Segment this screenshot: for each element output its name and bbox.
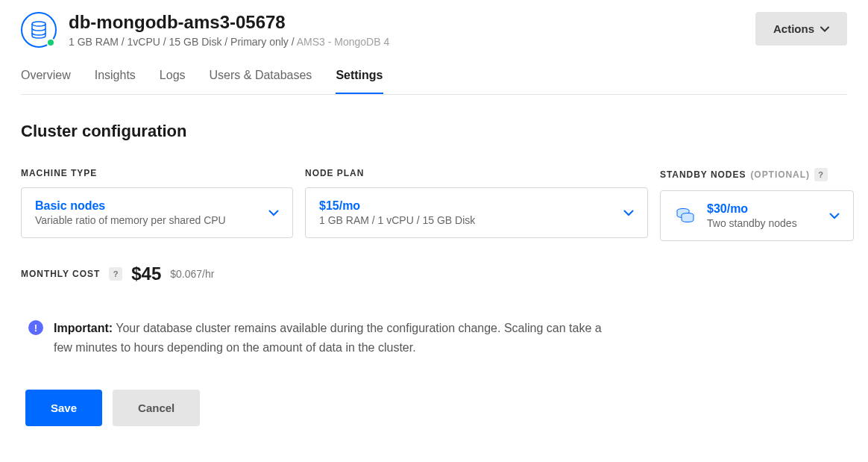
standby-nodes-label: STANDBY NODES (OPTIONAL) ? xyxy=(660,168,854,181)
svg-point-0 xyxy=(32,22,45,26)
chevron-down-icon xyxy=(820,26,829,32)
cancel-button[interactable]: Cancel xyxy=(113,390,200,426)
standby-nodes-column: STANDBY NODES (OPTIONAL) ? $30/mo Two st… xyxy=(660,168,854,241)
tab-logs[interactable]: Logs xyxy=(160,69,186,94)
machine-type-desc: Variable ratio of memory per shared CPU xyxy=(35,214,226,226)
button-row: Save Cancel xyxy=(21,390,847,426)
page-subtitle: 1 GB RAM / 1vCPU / 15 GB Disk / Primary … xyxy=(69,36,389,48)
monthly-cost-amount: $45 xyxy=(131,263,161,284)
tab-overview[interactable]: Overview xyxy=(21,69,71,94)
standby-value: $30/mo xyxy=(707,202,797,216)
standby-nodes-select[interactable]: $30/mo Two standby nodes xyxy=(660,190,854,241)
machine-type-select[interactable]: Basic nodes Variable ratio of memory per… xyxy=(21,187,293,238)
help-icon[interactable]: ? xyxy=(814,168,828,181)
machine-type-value: Basic nodes xyxy=(35,199,226,213)
chevron-down-icon xyxy=(623,210,634,216)
standby-desc: Two standby nodes xyxy=(707,217,797,229)
important-notice: ! Important: Your database cluster remai… xyxy=(21,314,847,376)
status-indicator-icon xyxy=(46,38,55,47)
tab-users-databases[interactable]: Users & Databases xyxy=(210,69,312,94)
node-plan-desc: 1 GB RAM / 1 vCPU / 15 GB Disk xyxy=(319,214,475,226)
machine-type-column: MACHINE TYPE Basic nodes Variable ratio … xyxy=(21,168,293,241)
notice-text: Important: Your database cluster remains… xyxy=(54,319,620,357)
info-icon: ! xyxy=(28,320,43,335)
save-button[interactable]: Save xyxy=(25,390,102,426)
node-plan-label: NODE PLAN xyxy=(305,168,648,178)
tabs: Overview Insights Logs Users & Databases… xyxy=(21,69,847,95)
node-plan-column: NODE PLAN $15/mo 1 GB RAM / 1 vCPU / 15 … xyxy=(305,168,648,241)
standby-db-icon xyxy=(674,205,696,227)
header-left: db-mongodb-ams3-05678 1 GB RAM / 1vCPU /… xyxy=(21,12,389,48)
hourly-cost: $0.067/hr xyxy=(170,268,214,280)
machine-type-label: MACHINE TYPE xyxy=(21,168,293,178)
actions-button[interactable]: Actions xyxy=(755,12,847,46)
monthly-cost-label: MONTHLY COST xyxy=(21,269,100,279)
section-title: Cluster configuration xyxy=(21,122,847,141)
database-icon xyxy=(21,12,57,48)
monthly-cost-row: MONTHLY COST ? $45 $0.067/hr xyxy=(21,263,847,284)
page-title: db-mongodb-ams3-05678 xyxy=(69,12,389,33)
chevron-down-icon xyxy=(829,213,840,219)
page-header: db-mongodb-ams3-05678 1 GB RAM / 1vCPU /… xyxy=(21,12,847,48)
node-plan-value: $15/mo xyxy=(319,199,475,213)
chevron-down-icon xyxy=(268,210,279,216)
help-icon[interactable]: ? xyxy=(109,267,122,281)
config-row: MACHINE TYPE Basic nodes Variable ratio … xyxy=(21,168,847,241)
node-plan-select[interactable]: $15/mo 1 GB RAM / 1 vCPU / 15 GB Disk xyxy=(305,187,648,238)
tab-insights[interactable]: Insights xyxy=(95,69,136,94)
tab-settings[interactable]: Settings xyxy=(336,69,383,94)
